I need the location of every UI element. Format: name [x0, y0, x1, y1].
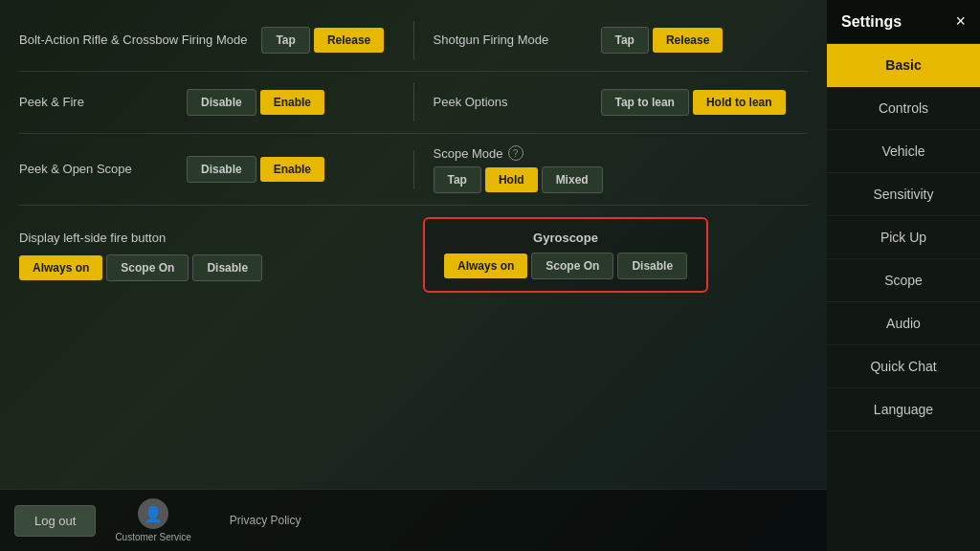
fire-disable-button[interactable]: Disable	[192, 254, 262, 281]
shotgun-label: Shotgun Firing Mode	[434, 33, 587, 49]
sidebar-title: Settings	[841, 13, 902, 31]
bolt-action-group: Tap Release	[261, 27, 384, 54]
peek-fire-enable-button[interactable]: Enable	[260, 90, 324, 115]
peek-scope-row: Peek & Open Scope Disable Enable Scope M…	[19, 134, 808, 206]
peek-open-scope-group: Disable Enable	[187, 156, 324, 183]
peek-fire-label: Peek & Fire	[19, 95, 172, 111]
sidebar-item-sensitivity[interactable]: Sensitivity	[827, 173, 980, 216]
scope-mode-label-group: Scope Mode ?	[434, 145, 523, 161]
scope-tap-button[interactable]: Tap	[434, 166, 481, 193]
fire-scope-on-button[interactable]: Scope On	[106, 254, 189, 281]
peek-scope-disable-button[interactable]: Disable	[187, 156, 256, 183]
display-fire-label: Display left-side fire button	[19, 231, 166, 245]
main-content: Bolt-Action Rifle & Crossbow Firing Mode…	[0, 0, 827, 551]
peek-options-label: Peek Options	[434, 95, 587, 111]
scope-hold-button[interactable]: Hold	[485, 167, 538, 192]
firing-mode-row: Bolt-Action Rifle & Crossbow Firing Mode…	[19, 10, 808, 72]
scope-mode-section: Scope Mode ? Tap Hold Mixed	[434, 145, 809, 193]
bottom-bar: Log out 👤 Customer Service Privacy Polic…	[0, 489, 827, 551]
customer-service-icon: 👤	[138, 498, 168, 529]
sidebar-item-language[interactable]: Language	[827, 388, 980, 431]
sidebar-item-quickchat[interactable]: Quick Chat	[827, 345, 980, 388]
shotgun-release-button[interactable]: Release	[653, 28, 723, 53]
bolt-action-section: Bolt-Action Rifle & Crossbow Firing Mode…	[19, 27, 394, 54]
peek-fire-disable-button[interactable]: Disable	[187, 89, 256, 116]
gyroscope-section: Gyroscope Always on Scope On Disable	[423, 217, 808, 293]
log-out-button[interactable]: Log out	[14, 505, 96, 537]
gyro-scope-on-button[interactable]: Scope On	[531, 253, 613, 279]
sidebar-item-scope[interactable]: Scope	[827, 259, 980, 302]
peek-open-scope-label: Peek & Open Scope	[19, 162, 172, 178]
bolt-tap-button[interactable]: Tap	[261, 27, 309, 54]
bolt-action-label: Bolt-Action Rifle & Crossbow Firing Mode	[19, 33, 247, 49]
sidebar-item-basic[interactable]: Basic	[827, 44, 980, 87]
gyro-always-on-button[interactable]: Always on	[444, 253, 527, 278]
peek-options-group: Tap to lean Hold to lean	[601, 89, 786, 116]
peek-fire-group: Disable Enable	[187, 89, 324, 116]
peek-fire-row: Peek & Fire Disable Enable Peek Options …	[19, 72, 808, 134]
sidebar: Settings × Basic Controls Vehicle Sensit…	[827, 0, 980, 551]
scope-mode-info-icon[interactable]: ?	[508, 145, 523, 161]
customer-service-label: Customer Service	[115, 532, 190, 542]
display-fire-group: Always on Scope On Disable	[19, 254, 404, 281]
peek-options-section: Peek Options Tap to lean Hold to lean	[434, 89, 809, 116]
display-fire-section: Display left-side fire button Always on …	[19, 229, 404, 281]
shotgun-tap-button[interactable]: Tap	[601, 27, 649, 54]
sidebar-item-audio[interactable]: Audio	[827, 302, 980, 345]
privacy-policy-link[interactable]: Privacy Policy	[230, 514, 301, 527]
shotgun-section: Shotgun Firing Mode Tap Release	[434, 27, 809, 54]
peek-hold-lean-button[interactable]: Hold to lean	[693, 90, 786, 115]
peek-fire-section: Peek & Fire Disable Enable	[19, 89, 394, 116]
gyroscope-title: Gyroscope	[533, 231, 598, 245]
sidebar-header: Settings ×	[827, 0, 980, 44]
row1-divider	[413, 21, 414, 59]
fire-always-on-button[interactable]: Always on	[19, 255, 102, 280]
settings-panel: Bolt-Action Rifle & Crossbow Firing Mode…	[19, 10, 808, 304]
gyroscope-row: Display left-side fire button Always on …	[19, 206, 808, 304]
gyro-disable-button[interactable]: Disable	[617, 253, 687, 279]
row2-divider	[413, 83, 414, 121]
peek-open-scope-section: Peek & Open Scope Disable Enable	[19, 156, 394, 183]
customer-service-button[interactable]: 👤 Customer Service	[115, 498, 190, 542]
gyroscope-box: Gyroscope Always on Scope On Disable	[423, 217, 708, 293]
sidebar-item-pickup[interactable]: Pick Up	[827, 216, 980, 259]
gyroscope-group: Always on Scope On Disable	[444, 253, 687, 279]
peek-tap-lean-button[interactable]: Tap to lean	[601, 89, 689, 116]
scope-mode-label: Scope Mode	[434, 146, 503, 161]
close-button[interactable]: ×	[955, 11, 966, 32]
row3-divider	[413, 150, 414, 188]
bolt-release-button[interactable]: Release	[314, 28, 384, 53]
peek-scope-enable-button[interactable]: Enable	[260, 157, 324, 182]
sidebar-item-controls[interactable]: Controls	[827, 87, 980, 130]
shotgun-group: Tap Release	[601, 27, 724, 54]
sidebar-item-vehicle[interactable]: Vehicle	[827, 130, 980, 173]
scope-mixed-button[interactable]: Mixed	[542, 166, 603, 193]
scope-mode-group: Tap Hold Mixed	[434, 166, 603, 193]
